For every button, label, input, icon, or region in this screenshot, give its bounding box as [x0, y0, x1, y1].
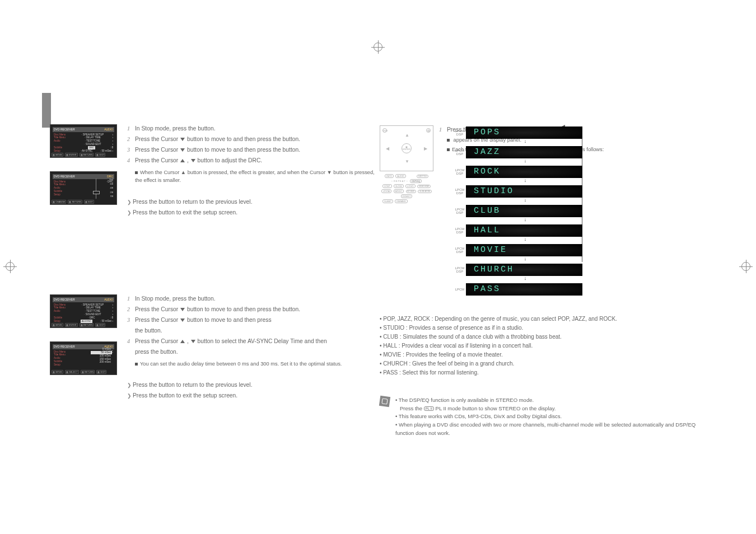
reg-cross-top-v — [378, 40, 379, 54]
dsp-mode-hall: LPCMDSPHALL — [454, 224, 582, 237]
osd-thumb-audio-menu: DVD RECEIVERAUDIO Disc Menu· SPEAKER SET… — [50, 124, 117, 158]
dsp-mode-studio: LPCMDSPSTUDIO — [454, 185, 582, 198]
dsp-mode-jazz: LPCMDSPJAZZ — [454, 146, 582, 158]
pl2-icon: PL II — [424, 406, 434, 411]
osd-thumb-drc: DVD RECEIVERDRC Disc Menu· DRC Title Men… — [50, 171, 117, 205]
dsp-mode-pass: LPCMPASS — [454, 283, 582, 296]
section-drc: 1In Stop mode, press the button. 2Press … — [127, 124, 375, 219]
note-icon — [379, 396, 390, 407]
dsp-mode-church: LPCMDSPCHURCH — [454, 264, 582, 276]
left-rail-top — [42, 93, 51, 128]
mode-descriptions: • POP, JAZZ, ROCK : Depending on the gen… — [380, 315, 700, 377]
dsp-mode-club: LPCMDSPCLUB — [454, 205, 582, 217]
reg-cross-right-v — [746, 260, 746, 273]
note-box: • The DSP/EQ function is only available … — [380, 396, 700, 438]
section-avsync: 1In Stop mode, press the button. 2Press … — [127, 294, 375, 402]
dsp-mode-rock: LPCMDSPROCK — [454, 166, 582, 178]
dsp-mode-movie: LPCMDSPMOVIE — [454, 244, 582, 256]
right-page: DVD ⏻ ▲ ▼ ◀ ▶ ▣ENTER INFO AUDIO SUB TITL… — [392, 101, 717, 467]
dsp-mode-stack: LPCMDSPPOPS↓LPCMDSPJAZZ↓LPCMDSPROCK↓LPCM… — [454, 127, 582, 297]
divider-gap — [42, 263, 378, 279]
dsp-mode-pops: LPCMDSPPOPS — [454, 127, 582, 139]
remote-illustration: DVD ⏻ ▲ ▼ ◀ ▶ ▣ENTER INFO AUDIO SUB TITL… — [380, 125, 433, 204]
reg-cross-left-v — [10, 260, 11, 273]
osd-thumb-audio-menu-2: DVD RECEIVERAUDIO Disc Menu· SPEAKER SET… — [50, 294, 117, 328]
left-page: DVD RECEIVERAUDIO Disc Menu· SPEAKER SET… — [42, 101, 378, 467]
osd-thumb-avsync: DVD RECEIVERAUDIO Disc Menu· AV-SYNC Tit… — [50, 341, 117, 375]
